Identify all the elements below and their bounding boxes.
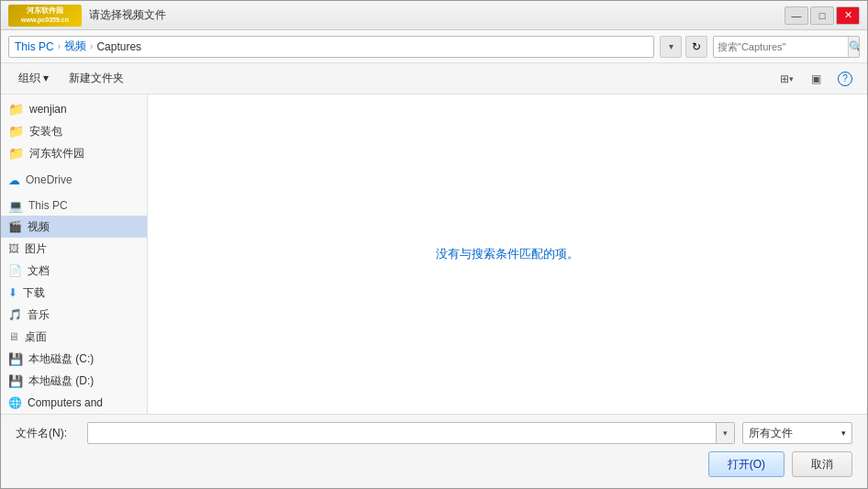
sidebar-item-label: 文档 xyxy=(28,263,50,279)
refresh-button[interactable]: ↻ xyxy=(685,36,707,58)
sidebar-item-music[interactable]: 🎵 音乐 xyxy=(1,304,147,326)
sidebar-item-label: 桌面 xyxy=(25,329,47,345)
breadcrumb[interactable]: This PC › 视频 › Captures xyxy=(8,36,654,58)
sidebar: 📁 wenjian 📁 安装包 📁 河东软件园 ☁ OneDrive 💻 Thi… xyxy=(1,94,148,414)
action-row: 打开(O) 取消 xyxy=(16,451,852,477)
sidebar-item-label: 视频 xyxy=(28,219,50,235)
folder-icon: 📁 xyxy=(8,102,24,117)
sidebar-item-label: Computers and xyxy=(28,396,103,409)
sidebar-item-wenjian[interactable]: 📁 wenjian xyxy=(1,98,147,120)
pane-icon: ▣ xyxy=(811,72,821,85)
dropdown-btn[interactable]: ▾ xyxy=(660,36,682,58)
app-logo: 河东软件园www.pc0359.cn xyxy=(8,5,82,27)
title-bar-left: 河东软件园www.pc0359.cn 请选择视频文件 xyxy=(8,5,166,27)
window-controls: — □ ✕ xyxy=(785,6,860,25)
filetype-dropdown-arrow: ▾ xyxy=(841,428,846,438)
breadcrumb-this-pc[interactable]: This PC xyxy=(15,40,54,53)
logo-text: 河东软件园www.pc0359.cn xyxy=(21,6,69,24)
filename-dropdown-btn[interactable]: ▾ xyxy=(716,422,734,444)
help-button[interactable]: ? xyxy=(832,67,858,91)
network-icon: 🌐 xyxy=(8,396,22,409)
sidebar-item-anzhuangbao[interactable]: 📁 安装包 xyxy=(1,120,147,142)
sidebar-item-label: wenjian xyxy=(29,103,67,116)
toolbar: 组织 ▾ 新建文件夹 ⊞ ▾ ▣ ? xyxy=(1,63,867,94)
view-icon-btn[interactable]: ⊞ ▾ xyxy=(773,67,799,91)
dialog-title: 请选择视频文件 xyxy=(89,7,166,23)
drive-d-icon: 💾 xyxy=(8,374,23,388)
breadcrumb-current: Captures xyxy=(96,40,141,53)
title-bar: 河东软件园www.pc0359.cn 请选择视频文件 — □ ✕ xyxy=(1,1,867,30)
search-input[interactable] xyxy=(714,41,848,52)
view-icon: ⊞ xyxy=(780,72,789,85)
no-results-text: 没有与搜索条件匹配的项。 xyxy=(436,246,579,262)
sidebar-item-network[interactable]: 🌐 Computers and xyxy=(1,392,147,414)
sidebar-item-label: 下载 xyxy=(23,285,45,301)
search-icon[interactable]: 🔍 xyxy=(848,36,860,58)
folder-icon: 📁 xyxy=(8,146,24,161)
computer-icon: 💻 xyxy=(8,199,23,213)
minimize-button[interactable]: — xyxy=(785,6,808,25)
drive-c-icon: 💾 xyxy=(8,352,23,366)
sidebar-item-this-pc[interactable]: 💻 This PC xyxy=(1,190,147,216)
new-folder-button[interactable]: 新建文件夹 xyxy=(61,67,132,91)
sidebar-item-label: 音乐 xyxy=(28,307,50,323)
close-button[interactable]: ✕ xyxy=(836,6,860,25)
organize-button[interactable]: 组织 ▾ xyxy=(10,67,57,91)
sidebar-item-videos[interactable]: 🎬 视频 xyxy=(1,216,147,238)
sidebar-item-label: 图片 xyxy=(25,241,47,257)
sidebar-item-label: 本地磁盘 (D:) xyxy=(28,373,94,389)
filename-label: 文件名(N): xyxy=(16,426,80,441)
search-box: 🔍 xyxy=(713,36,860,58)
sidebar-item-label: 本地磁盘 (C:) xyxy=(28,351,94,367)
breadcrumb-sep-1: › xyxy=(58,41,61,51)
sidebar-item-label: This PC xyxy=(28,199,68,212)
onedrive-icon: ☁ xyxy=(8,173,20,187)
filename-input-wrap: ▾ xyxy=(87,422,735,444)
filename-input[interactable] xyxy=(88,427,716,439)
sidebar-item-drive-c[interactable]: 💾 本地磁盘 (C:) xyxy=(1,348,147,370)
document-icon: 📄 xyxy=(8,264,22,277)
picture-icon: 🖼 xyxy=(8,242,19,255)
address-bar: This PC › 视频 › Captures ▾ ↻ 🔍 xyxy=(1,30,867,63)
sidebar-item-label: 河东软件园 xyxy=(29,146,84,161)
main-area: 📁 wenjian 📁 安装包 📁 河东软件园 ☁ OneDrive 💻 Thi… xyxy=(1,94,867,414)
help-icon: ? xyxy=(838,72,852,86)
download-icon: ⬇ xyxy=(8,286,17,299)
sidebar-item-downloads[interactable]: ⬇ 下载 xyxy=(1,282,147,304)
folder-icon: 📁 xyxy=(8,124,24,139)
filetype-label: 所有文件 xyxy=(749,426,793,441)
dialog-window: 河东软件园www.pc0359.cn 请选择视频文件 — □ ✕ This PC… xyxy=(0,0,868,489)
cancel-button[interactable]: 取消 xyxy=(792,451,852,477)
open-button[interactable]: 打开(O) xyxy=(708,451,785,477)
maximize-button[interactable]: □ xyxy=(810,6,834,25)
sidebar-item-label: OneDrive xyxy=(26,173,72,186)
file-area: 没有与搜索条件匹配的项。 xyxy=(148,94,867,414)
sidebar-item-label: 安装包 xyxy=(29,124,62,139)
sidebar-item-onedrive[interactable]: ☁ OneDrive xyxy=(1,164,147,190)
sidebar-item-documents[interactable]: 📄 文档 xyxy=(1,260,147,282)
music-icon: 🎵 xyxy=(8,308,22,321)
sidebar-item-drive-d[interactable]: 💾 本地磁盘 (D:) xyxy=(1,370,147,392)
desktop-icon: 🖥 xyxy=(8,330,19,343)
video-icon: 🎬 xyxy=(8,220,22,233)
bottom-bar: 文件名(N): ▾ 所有文件 ▾ 打开(O) 取消 xyxy=(1,414,867,488)
breadcrumb-sep-2: › xyxy=(90,41,93,51)
address-right: ▾ ↻ xyxy=(660,36,707,58)
sidebar-item-hedong[interactable]: 📁 河东软件园 xyxy=(1,142,147,164)
sidebar-item-desktop[interactable]: 🖥 桌面 xyxy=(1,326,147,348)
breadcrumb-videos[interactable]: 视频 xyxy=(64,39,86,54)
pane-toggle-btn[interactable]: ▣ xyxy=(803,67,829,91)
filename-row: 文件名(N): ▾ 所有文件 ▾ xyxy=(16,422,852,444)
sidebar-item-pictures[interactable]: 🖼 图片 xyxy=(1,238,147,260)
filetype-dropdown[interactable]: 所有文件 ▾ xyxy=(742,422,852,444)
